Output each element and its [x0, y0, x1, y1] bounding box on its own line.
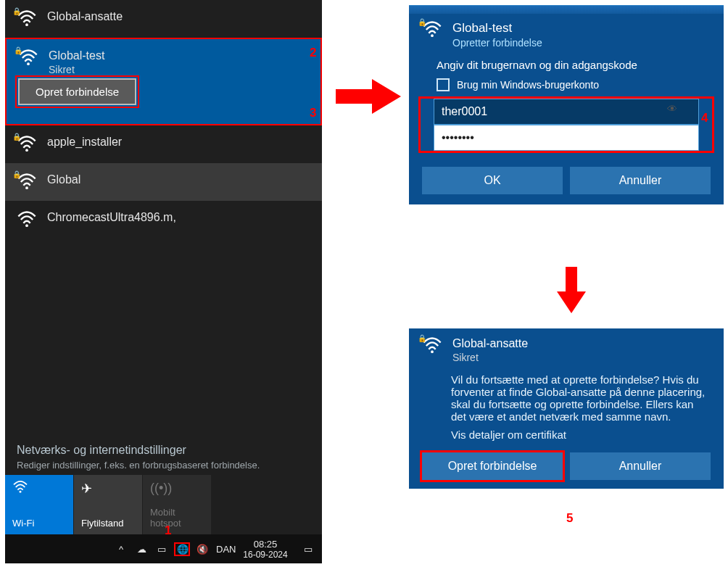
ok-button[interactable]: OK [422, 167, 563, 194]
wifi-name: apple_installer [47, 136, 310, 149]
wifi-secure-icon: 🔒 [17, 10, 37, 28]
wifi-secure-icon: 🔒 [422, 337, 442, 355]
confirm-message: Vil du fortsætte med at oprette forbinde… [409, 369, 724, 429]
confirm-network-name: Global-ansatte [452, 337, 711, 350]
taskbar: ^ ☁ ▭ 🌐 🔇 DAN 08:25 16-09-2024 ▭ [5, 534, 322, 563]
wifi-name: Global [47, 173, 310, 186]
credentials-instruction: Angiv dit brugernavn og din adgangskode [409, 53, 724, 78]
dialog-network-name: Global-test [452, 21, 711, 36]
wifi-status: Sikret [49, 64, 309, 75]
tile-label: Flytilstand [81, 518, 135, 529]
wifi-secure-icon: 🔒 [17, 173, 37, 191]
taskbar-clock[interactable]: 08:25 16-09-2024 [236, 539, 294, 560]
show-cert-details-link[interactable]: Vis detaljer om certifikat [409, 429, 724, 450]
dialog-status: Opretter forbindelse [452, 37, 711, 49]
settings-subtitle: Rediger indstillinger, f.eks. en forbrug… [17, 460, 310, 471]
wifi-name: Global-ansatte [47, 10, 310, 23]
use-windows-account-checkbox[interactable] [437, 78, 450, 91]
wifi-secure-icon: 🔒 [18, 49, 38, 67]
svg-point-2 [25, 149, 28, 152]
annotation-1: 1 [165, 523, 171, 538]
confirm-connect-button[interactable]: Opret forbindelse [422, 452, 563, 480]
reveal-password-icon[interactable]: 👁 [667, 103, 677, 115]
svg-point-4 [25, 224, 28, 227]
checkbox-label: Brug min Windows-brugerkonto [457, 79, 599, 91]
confirm-cancel-button[interactable]: Annuller [570, 452, 711, 480]
wifi-network-list: 🔒 Global-ansatte 🔒 Global-test Sikret Op… [5, 0, 322, 436]
username-input[interactable] [434, 99, 699, 125]
annotation-4: 4 [701, 111, 708, 125]
hotspot-tile[interactable]: ((•)) Mobilt hotspot [143, 475, 212, 534]
quick-action-tiles: Wi-Fi ✈ Flytilstand ((•)) Mobilt hotspot [5, 475, 322, 534]
certificate-confirm-panel: 🔒 Global-ansatte Sikret Vil du fortsætte… [409, 328, 724, 489]
credentials-dialog: 🔒 Global-test Opretter forbindelse Angiv… [409, 5, 724, 204]
network-globe-icon[interactable]: 🌐 [175, 544, 189, 555]
network-settings-link[interactable]: Netværks- og internetindstillinger Redig… [5, 436, 322, 475]
wifi-network-item[interactable]: 🔒 Global [5, 163, 322, 201]
wifi-network-item[interactable]: 🔒 Global-ansatte [5, 0, 322, 38]
airplane-icon: ✈ [81, 481, 135, 497]
hotspot-icon: ((•)) [150, 481, 204, 497]
onedrive-icon[interactable]: ☁ [135, 544, 148, 555]
clock-time: 08:25 [236, 539, 294, 550]
wifi-secure-icon: 🔒 [422, 21, 442, 38]
svg-point-5 [20, 491, 22, 493]
annotation-3: 3 [310, 106, 316, 120]
tile-label: Mobilt hotspot [150, 507, 204, 529]
tray-chevron-icon[interactable]: ^ [115, 544, 128, 555]
volume-muted-icon[interactable]: 🔇 [196, 544, 209, 555]
wifi-tile[interactable]: Wi-Fi [5, 475, 74, 534]
wifi-name: Global-test [49, 49, 309, 62]
svg-point-0 [25, 23, 28, 26]
action-center-icon[interactable]: ▭ [302, 544, 315, 555]
tile-label: Wi-Fi [12, 518, 66, 529]
connect-button[interactable]: Opret forbindelse [18, 78, 136, 105]
svg-marker-7 [557, 267, 586, 313]
confirm-subtitle: Sikret [452, 352, 711, 363]
svg-point-9 [431, 350, 434, 353]
wifi-open-icon [17, 211, 37, 228]
battery-icon[interactable]: ▭ [155, 544, 168, 555]
wifi-network-item[interactable]: ChromecastUltra4896.m, [5, 201, 322, 239]
wifi-secure-icon: 🔒 [17, 136, 37, 153]
password-input[interactable] [434, 125, 699, 151]
annotation-arrow-right [336, 79, 401, 114]
airplane-tile[interactable]: ✈ Flytilstand [74, 475, 143, 534]
settings-title: Netværks- og internetindstillinger [17, 444, 310, 457]
svg-point-3 [25, 186, 28, 189]
wifi-network-item[interactable]: 🔒 apple_installer [5, 125, 322, 163]
clock-date: 16-09-2024 [236, 550, 294, 560]
wifi-icon [12, 481, 66, 497]
annotation-5: 5 [566, 511, 573, 526]
language-indicator[interactable]: DAN [216, 544, 229, 555]
svg-marker-6 [336, 79, 401, 114]
dialog-titlebar [409, 5, 724, 14]
cancel-button[interactable]: Annuller [570, 167, 711, 194]
annotation-arrow-down [557, 267, 586, 313]
annotation-2: 2 [310, 46, 316, 60]
wifi-name: ChromecastUltra4896.m, [47, 211, 310, 224]
svg-point-1 [27, 62, 30, 65]
svg-point-8 [431, 34, 434, 37]
wifi-flyout: 🔒 Global-ansatte 🔒 Global-test Sikret Op… [5, 0, 322, 563]
wifi-network-item-selected[interactable]: 🔒 Global-test Sikret Opret forbindelse [7, 39, 320, 124]
